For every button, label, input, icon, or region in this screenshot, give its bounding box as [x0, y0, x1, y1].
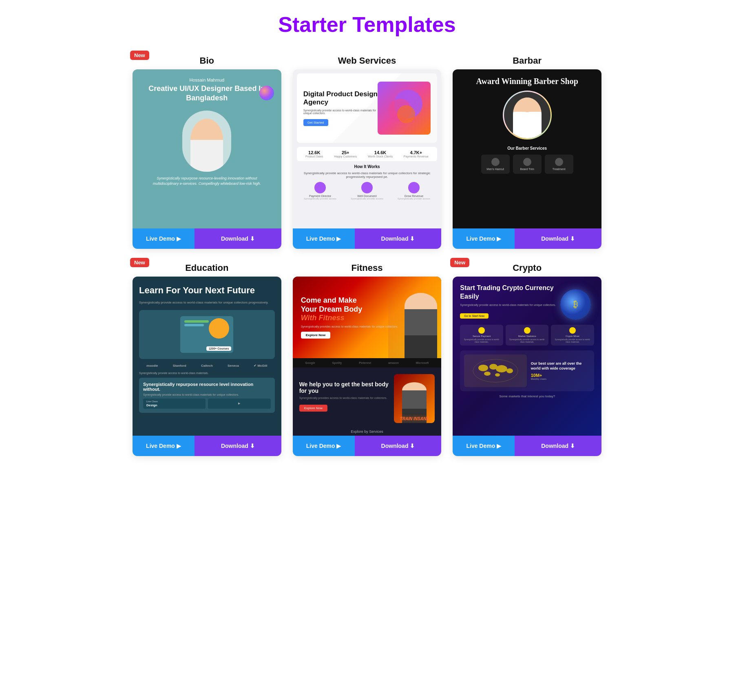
barbar-service-beard: Beard Trim [513, 155, 542, 174]
template-card-fitness: Fitness Come and MakeYour Dream BodyWith… [293, 260, 442, 456]
template-card-crypto: New Crypto Start Trading Crypto Currency… [453, 260, 601, 456]
template-card-bio: New Bio Hossain Mahmud Creative UI/UX De… [133, 53, 281, 249]
web-hero-title: Digital Product Design Agency [303, 90, 378, 107]
card-title-fitness: Fitness [351, 263, 382, 273]
web-live-demo-button[interactable]: Live Demo ▶ [293, 228, 355, 249]
crypto-world-title: Our best user are all over the world wit… [531, 361, 590, 371]
secure-payment-icon [478, 327, 485, 334]
fitness-hero: Come and MakeYour Dream BodyWith Fitness… [293, 277, 442, 358]
barbar-live-demo-button[interactable]: Live Demo ▶ [453, 228, 515, 249]
fitness-logos: Google Spotify Pinterest amazon Microsof… [293, 358, 442, 368]
barbar-download-button[interactable]: Download ⬇ [515, 228, 601, 249]
web-hero-cta[interactable]: Get Started [303, 119, 328, 126]
card-fitness: Come and MakeYour Dream BodyWith Fitness… [293, 277, 442, 456]
fitness-live-demo-button[interactable]: Live Demo ▶ [293, 436, 355, 456]
barbar-services-title: Our Barber Services [507, 146, 547, 151]
template-card-barbar: Barbar Award Winning Barber Shop Our Bar… [453, 53, 601, 249]
barbar-person-figure [513, 97, 542, 138]
edu-headline: Learn For Your Next Future [139, 285, 275, 297]
crypto-card-market: Market Statistics Synergistically provid… [506, 325, 549, 346]
crypto-world-section: Our best user are all over the world wit… [460, 350, 594, 391]
barbar-service-cards: Men's Haircut Beard Trim Treatment [481, 155, 573, 174]
fitness-bottom-image: TRAIN INSANE [394, 374, 435, 423]
bio-avatar [182, 111, 231, 172]
crypto-users-count: 10M+ [531, 373, 590, 378]
bio-person-figure [190, 119, 223, 172]
bio-headline: Creative UI/UX Designer Based In Banglad… [141, 84, 273, 103]
web-how-it-works: How It Works [297, 164, 438, 169]
bio-ball-decoration [259, 86, 274, 100]
edu-logos: moodle Stanford Caltech Seneca ✔ McGill [139, 364, 275, 368]
treatment-icon [555, 158, 563, 166]
templates-grid: New Bio Hossain Mahmud Creative UI/UX De… [133, 53, 601, 456]
card-title-web-services: Web Services [338, 55, 396, 66]
card-barbar: Award Winning Barber Shop Our Barber Ser… [453, 69, 601, 249]
web-hero-image [378, 82, 431, 135]
haircut-icon [491, 158, 500, 166]
new-badge-education: New [130, 258, 149, 267]
fitness-actions: Live Demo ▶ Download ⬇ [293, 436, 442, 456]
barbar-actions: Live Demo ▶ Download ⬇ [453, 228, 601, 249]
card-title-bio: Bio [200, 55, 214, 66]
education-download-button[interactable]: Download ⬇ [195, 436, 281, 456]
crypto-live-demo-button[interactable]: Live Demo ▶ [453, 436, 515, 456]
svg-point-2 [397, 105, 415, 123]
card-title-education: Education [185, 263, 228, 273]
card-title-barbar: Barbar [513, 55, 542, 66]
bio-person-name: Hossain Mahmud [190, 78, 225, 82]
edu-screen: 1200+ Courses [139, 310, 275, 359]
fitness-bottom-title: We help you to get the best body for you [299, 381, 389, 394]
crypto-actions: Live Demo ▶ Download ⬇ [453, 436, 601, 456]
bio-download-button[interactable]: Download ⬇ [195, 228, 281, 249]
edu-courses-badge: 1200+ Courses [206, 346, 232, 351]
svg-point-7 [506, 368, 513, 373]
fitness-explore: Explore by Services [293, 430, 442, 434]
crypto-miner-icon [569, 327, 576, 334]
new-badge-bio: New [130, 51, 149, 60]
page-title: Starter Templates [8, 12, 726, 37]
fitness-download-now-button[interactable]: Explore Now [299, 405, 327, 412]
beard-icon [523, 158, 531, 166]
barbar-avatar-ring [503, 91, 552, 140]
template-card-education: New Education Learn For Your Next Future… [133, 260, 281, 456]
web-actions: Live Demo ▶ Download ⬇ [293, 228, 442, 249]
web-download-button[interactable]: Download ⬇ [355, 228, 442, 249]
bio-actions: Live Demo ▶ Download ⬇ [133, 228, 281, 249]
svg-point-6 [496, 365, 507, 372]
fitness-hero-title: Come and MakeYour Dream BodyWith Fitness [301, 296, 398, 323]
barbar-service-haircut: Men's Haircut [481, 155, 510, 174]
bio-live-demo-button[interactable]: Live Demo ▶ [133, 228, 195, 249]
barbar-headline: Award Winning Barber Shop [476, 76, 578, 86]
crypto-download-button[interactable]: Download ⬇ [515, 436, 601, 456]
card-bio: Hossain Mahmud Creative UI/UX Designer B… [133, 69, 281, 249]
market-stats-icon [524, 327, 531, 334]
svg-point-8 [484, 372, 491, 376]
card-crypto: Start Trading Crypto Currency Easily Syn… [453, 277, 601, 456]
crypto-cta-button[interactable]: Go to Start Now [460, 313, 489, 319]
crypto-coin-image: ₿ [557, 284, 594, 325]
education-actions: Live Demo ▶ Download ⬇ [133, 436, 281, 456]
card-title-crypto: Crypto [513, 263, 542, 273]
bio-description: Synergistically repurpose resource-level… [141, 172, 273, 191]
crypto-card-secure: Secure Payment Synergistically provide a… [460, 325, 503, 346]
crypto-headline: Start Trading Crypto Currency Easily [460, 284, 557, 301]
svg-point-9 [495, 373, 500, 377]
card-education: Learn For Your Next Future Synergistical… [133, 277, 281, 456]
education-live-demo-button[interactable]: Live Demo ▶ [133, 436, 195, 456]
crypto-service-cards: Secure Payment Synergistically provide a… [460, 325, 594, 346]
fitness-download-button[interactable]: Download ⬇ [355, 436, 442, 456]
barbar-service-treatment: Treatment [545, 155, 573, 174]
fitness-cta-button[interactable]: Explore Now [301, 332, 330, 339]
crypto-card-miner: Crypto Miner Synergistically provide acc… [551, 325, 594, 346]
card-web-services: Digital Product Design Agency Synergisti… [293, 69, 442, 249]
fitness-bottom: We help you to get the best body for you… [293, 368, 442, 430]
template-card-web-services: Web Services Digital Product Design Agen… [293, 53, 442, 249]
svg-point-4 [478, 365, 488, 371]
barbar-avatar [504, 92, 550, 138]
new-badge-crypto: New [450, 258, 469, 267]
